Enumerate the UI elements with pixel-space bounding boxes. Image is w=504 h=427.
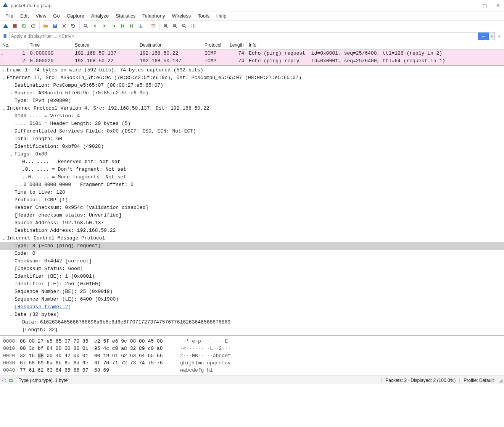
tree-row[interactable]: ⌄Ethernet II, Src: ASRockIn_5f:e6:9c (70… — [0, 74, 504, 82]
tree-row[interactable]: Source Address: 192.168.50.137 — [0, 219, 504, 227]
chevron-down-icon[interactable]: ⌄ — [0, 74, 7, 82]
menu-file[interactable]: File — [2, 12, 16, 19]
menu-go[interactable]: Go — [50, 12, 63, 19]
chevron-down-icon[interactable]: ⌄ — [0, 105, 7, 112]
menu-wireless[interactable]: Wireless — [169, 12, 194, 19]
tree-row[interactable]: Type: 8 (Echo (ping) request) — [0, 242, 504, 250]
tree-row[interactable]: 0100 .... = Version: 4 — [0, 112, 504, 120]
tree-row[interactable]: [Response frame: 2] — [0, 303, 504, 311]
hex-row[interactable]: 000008 00 27 e5 65 07 70 85 c2 5f e6 9c … — [0, 338, 504, 345]
menu-edit[interactable]: Edit — [17, 12, 32, 19]
bookmark-filter-icon[interactable] — [2, 33, 8, 40]
packet-row[interactable]: 1→0.000000192.168.50.137192.168.50.22ICM… — [0, 50, 504, 57]
window-maximize-button[interactable]: ▢ — [482, 3, 487, 8]
tree-row[interactable]: Code: 0 — [0, 250, 504, 257]
menu-analyze[interactable]: Analyze — [88, 12, 112, 19]
go-forward-button[interactable] — [100, 22, 108, 30]
tree-row[interactable]: ⌄Internet Control Message Protocol — [0, 235, 504, 242]
go-to-packet-button[interactable] — [109, 22, 118, 30]
tree-row[interactable]: ›Differentiated Services Field: 0x00 (DS… — [0, 128, 504, 135]
resize-columns-button[interactable] — [189, 22, 198, 30]
tree-row[interactable]: ⌄Flags: 0x00 — [0, 150, 504, 158]
menu-help[interactable]: Help — [213, 12, 230, 19]
menu-capture[interactable]: Capture — [64, 12, 87, 19]
tree-row[interactable]: .0.. .... = Don't fragment: Not set — [0, 166, 504, 173]
expert-info-icon[interactable] — [2, 378, 6, 382]
add-filter-button[interactable]: + — [496, 32, 502, 40]
tree-row[interactable]: Identification: 0xbf84 (49028) — [0, 143, 504, 150]
tree-row[interactable]: Checksum: 0x4d42 [correct] — [0, 257, 504, 265]
packet-details-pane[interactable]: ›Frame 1: 74 bytes on wire (592 bits), 7… — [0, 66, 504, 336]
chevron-right-icon[interactable]: › — [8, 89, 14, 97]
window-close-button[interactable]: ✕ — [496, 3, 500, 8]
zoom-out-button[interactable] — [171, 22, 179, 30]
chevron-down-icon[interactable]: ⌄ — [8, 150, 14, 158]
chevron-down-icon[interactable]: ⌄ — [0, 235, 7, 242]
display-filter-input[interactable] — [9, 32, 477, 40]
column-header-info[interactable]: Info — [246, 41, 504, 49]
menu-tools[interactable]: Tools — [195, 12, 212, 19]
chevron-down-icon[interactable]: ⌄ — [8, 311, 14, 319]
reload-file-button[interactable] — [69, 22, 77, 30]
tree-row[interactable]: Sequence Number (BE): 25 (0x0019) — [0, 288, 504, 296]
tree-row[interactable]: ⌄Internet Protocol Version 4, Src: 192.1… — [0, 105, 504, 112]
tree-row[interactable]: Protocol: ICMP (1) — [0, 196, 504, 204]
tree-row[interactable]: Type: IPv4 (0x0800) — [0, 97, 504, 105]
column-header-protocol[interactable]: Protocol — [202, 41, 227, 49]
tree-row[interactable]: Data: 6162636465666768696a6b6c6d6e6f7071… — [0, 319, 504, 326]
menu-view[interactable]: View — [32, 12, 49, 19]
tree-row[interactable]: .... 0101 = Header Length: 20 bytes (5) — [0, 120, 504, 128]
close-file-button[interactable] — [60, 22, 68, 30]
column-header-no[interactable]: No. — [0, 41, 27, 49]
column-header-time[interactable]: Time — [27, 41, 72, 49]
menu-telephony[interactable]: Telephony — [139, 12, 168, 19]
tree-row[interactable]: Total Length: 60 — [0, 135, 504, 143]
tree-row[interactable]: Header Checksum: 0x954c [validation disa… — [0, 204, 504, 212]
apply-filter-button[interactable]: → — [478, 32, 489, 40]
tree-row[interactable]: ⌄Data (32 bytes) — [0, 311, 504, 319]
status-profile[interactable]: Profile: Default — [459, 378, 498, 383]
tree-row[interactable]: Identifier (BE): 1 (0x0001) — [0, 273, 504, 280]
hex-row[interactable]: 001000 3c bf 84 00 00 80 01 95 4c c0 a8 … — [0, 345, 504, 352]
chevron-right-icon[interactable]: › — [8, 128, 14, 135]
tree-row[interactable]: ›Destination: PcsCompu_e5:65:07 (08:00:2… — [0, 82, 504, 89]
packet-list-header[interactable]: No.TimeSourceDestinationProtocolLengthIn… — [0, 41, 504, 50]
restart-capture-button[interactable] — [20, 22, 28, 30]
start-capture-button[interactable] — [2, 22, 10, 30]
capture-options-button[interactable] — [29, 22, 37, 30]
column-header-length[interactable]: Length — [227, 41, 246, 49]
column-header-source[interactable]: Source — [72, 41, 137, 49]
hex-row[interactable]: 002032 16 08 00 4d 42 00 01 00 19 61 62 … — [0, 352, 504, 359]
window-minimize-button[interactable]: — — [468, 3, 473, 8]
tree-row[interactable]: ...0 0000 0000 0000 = Fragment Offset: 0 — [0, 181, 504, 189]
auto-scroll-button[interactable] — [137, 22, 145, 30]
menu-statistics[interactable]: Statistics — [113, 12, 138, 19]
colorize-button[interactable] — [149, 22, 158, 30]
chevron-right-icon[interactable]: › — [8, 82, 14, 89]
tree-row[interactable]: Destination Address: 192.168.50.22 — [0, 227, 504, 235]
tree-row[interactable]: ›Source: ASRockIn_5f:e6:9c (70:85:c2:5f:… — [0, 89, 504, 97]
go-to-first-button[interactable] — [118, 22, 127, 30]
tree-row[interactable]: [Header checksum status: Unverified] — [0, 212, 504, 219]
filter-history-dropdown[interactable]: ▾ — [490, 32, 495, 40]
stop-capture-button[interactable] — [11, 22, 19, 30]
hex-row[interactable]: 003067 68 69 6a 6b 6c 6d 6e 6f 70 71 72 … — [0, 359, 504, 367]
go-to-last-button[interactable] — [127, 22, 136, 30]
tree-row[interactable]: ›Frame 1: 74 bytes on wire (592 bits), 7… — [0, 66, 504, 74]
capture-file-properties-icon[interactable] — [8, 377, 14, 383]
chevron-right-icon[interactable]: › — [0, 66, 7, 74]
zoom-in-button[interactable] — [162, 22, 170, 30]
go-back-button[interactable] — [91, 22, 99, 30]
column-header-destination[interactable]: Destination — [137, 41, 202, 49]
save-file-button[interactable] — [51, 22, 59, 30]
tree-row[interactable]: Sequence Number (LE): 6400 (0x1900) — [0, 296, 504, 303]
tree-row[interactable]: [Checksum Status: Good] — [0, 265, 504, 273]
packet-bytes-pane[interactable]: 000008 00 27 e5 65 07 70 85 c2 5f e6 9c … — [0, 336, 504, 376]
tree-row[interactable]: ..0. .... = More fragments: Not set — [0, 173, 504, 181]
tree-row[interactable]: [Length: 32] — [0, 326, 504, 334]
packet-row[interactable]: 2←0.000020192.168.50.22192.168.50.137ICM… — [0, 57, 504, 65]
open-file-button[interactable] — [42, 22, 50, 30]
hex-row[interactable]: 004077 61 62 63 64 65 66 67 68 69 wabcde… — [0, 367, 504, 374]
tree-row[interactable]: Time to Live: 128 — [0, 189, 504, 196]
find-packet-button[interactable] — [82, 22, 90, 30]
